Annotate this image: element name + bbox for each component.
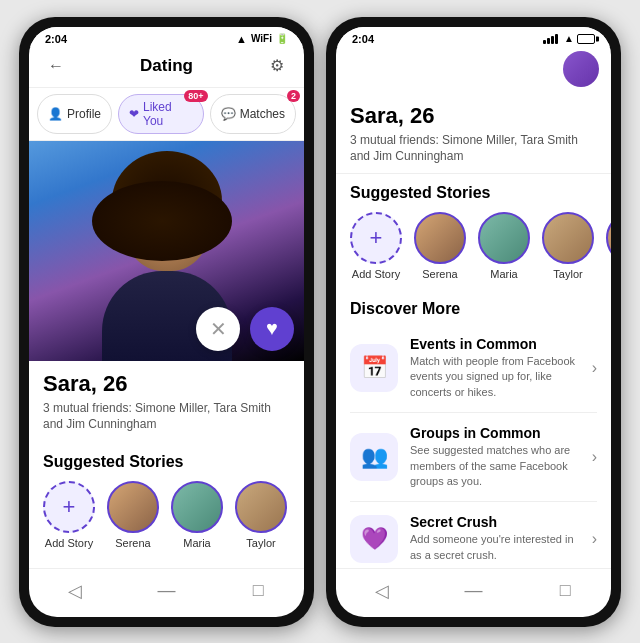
serena-avatar[interactable] bbox=[107, 481, 159, 533]
bottom-nav-left: ◁ — □ bbox=[29, 568, 304, 617]
square-nav-right[interactable]: □ bbox=[545, 577, 585, 605]
story-add[interactable]: + Add Story bbox=[43, 481, 95, 549]
right-story-add[interactable]: + Add Story bbox=[350, 212, 402, 280]
add-story-avatar[interactable]: + bbox=[43, 481, 95, 533]
tab-matches[interactable]: 💬 Matches 2 bbox=[210, 94, 296, 134]
right-story-taylor[interactable]: Taylor bbox=[542, 212, 594, 280]
profile-icon: 👤 bbox=[48, 107, 63, 121]
tab-profile[interactable]: 👤 Profile bbox=[37, 94, 112, 134]
user-avatar[interactable] bbox=[563, 51, 599, 87]
signal-bars bbox=[543, 34, 558, 44]
person-hair bbox=[112, 151, 222, 251]
suggested-stories-title: Suggested Stories bbox=[29, 443, 304, 477]
square-nav-left[interactable]: □ bbox=[238, 577, 278, 605]
right-serena-avatar[interactable] bbox=[414, 212, 466, 264]
groups-name: Groups in Common bbox=[410, 425, 580, 441]
right-maria-avatar[interactable] bbox=[478, 212, 530, 264]
right-profile-name: Sara, 26 bbox=[350, 103, 597, 129]
maria-label: Maria bbox=[183, 537, 211, 549]
profile-card: ✕ ♥ Sara, 26 3 mutual friends: Simone Mi… bbox=[29, 141, 304, 568]
home-nav-right[interactable]: — bbox=[453, 577, 493, 605]
secret-crush-text: Secret Crush Add someone you're interest… bbox=[410, 514, 580, 563]
groups-desc: See suggested matches who are members of… bbox=[410, 443, 580, 489]
stories-row: + Add Story Serena Maria Taylor bbox=[29, 477, 304, 559]
taylor-label: Taylor bbox=[246, 537, 275, 549]
maria-avatar[interactable] bbox=[171, 481, 223, 533]
right-phone: 2:04 ▲ Sara, 26 3 mutual friends: Simone… bbox=[326, 17, 621, 627]
right-top-area bbox=[336, 47, 611, 93]
discover-title: Discover More bbox=[336, 290, 611, 324]
time-right: 2:04 bbox=[352, 33, 374, 45]
dislike-button[interactable]: ✕ bbox=[196, 307, 240, 351]
secret-crush-arrow: › bbox=[592, 530, 597, 548]
liked-you-badge: 80+ bbox=[184, 90, 207, 102]
right-maria-label: Maria bbox=[490, 268, 518, 280]
tab-matches-label: Matches bbox=[240, 107, 285, 121]
right-story-jo[interactable]: Jo bbox=[606, 212, 611, 280]
tab-liked-you-label: Liked You bbox=[143, 100, 193, 128]
signal-bar-2 bbox=[547, 38, 550, 44]
secret-crush-name: Secret Crush bbox=[410, 514, 580, 530]
back-nav-right[interactable]: ◁ bbox=[362, 577, 402, 605]
events-icon: 📅 bbox=[350, 344, 398, 392]
left-phone: 2:04 ▲ WiFi 🔋 ← Dating ⚙ 👤 Profile ❤ Lik… bbox=[19, 17, 314, 627]
groups-icon: 👥 bbox=[350, 433, 398, 481]
status-bar-left: 2:04 ▲ WiFi 🔋 bbox=[29, 27, 304, 47]
add-story-label: Add Story bbox=[45, 537, 93, 549]
right-story-maria[interactable]: Maria bbox=[478, 212, 530, 280]
secret-crush-desc: Add someone you're interested in as a se… bbox=[410, 532, 580, 563]
matches-badge: 2 bbox=[287, 90, 300, 102]
profile-image: ✕ ♥ bbox=[29, 141, 304, 361]
tab-liked-you[interactable]: ❤ Liked You 80+ bbox=[118, 94, 204, 134]
profile-name: Sara, 26 bbox=[43, 371, 290, 397]
tab-profile-label: Profile bbox=[67, 107, 101, 121]
wifi-icon: WiFi bbox=[251, 33, 272, 44]
app-header-left: ← Dating ⚙ bbox=[29, 47, 304, 88]
events-name: Events in Common bbox=[410, 336, 580, 352]
battery-icon-right bbox=[577, 34, 595, 44]
status-icons-left: ▲ WiFi 🔋 bbox=[236, 33, 288, 45]
battery-icon-left: 🔋 bbox=[276, 33, 288, 44]
status-icons-right: ▲ bbox=[543, 33, 595, 44]
discover-groups[interactable]: 👥 Groups in Common See suggested matches… bbox=[350, 413, 597, 502]
events-arrow: › bbox=[592, 359, 597, 377]
signal-bar-1 bbox=[543, 40, 546, 44]
back-nav-left[interactable]: ◁ bbox=[55, 577, 95, 605]
right-profile-header: Sara, 26 3 mutual friends: Simone Miller… bbox=[336, 93, 611, 175]
action-buttons: ✕ ♥ bbox=[196, 307, 294, 351]
secret-crush-icon: 💜 bbox=[350, 515, 398, 563]
like-button[interactable]: ♥ bbox=[250, 307, 294, 351]
signal-icon: ▲ bbox=[236, 33, 247, 45]
status-bar-right: 2:04 ▲ bbox=[336, 27, 611, 47]
story-maria[interactable]: Maria bbox=[171, 481, 223, 549]
profile-info: Sara, 26 3 mutual friends: Simone Miller… bbox=[29, 361, 304, 444]
right-stories-row: + Add Story Serena Maria Taylor Jo bbox=[336, 208, 611, 290]
bottom-nav-right: ◁ — □ bbox=[336, 568, 611, 617]
right-story-serena[interactable]: Serena bbox=[414, 212, 466, 280]
back-button[interactable]: ← bbox=[41, 51, 71, 81]
signal-bar-4 bbox=[555, 34, 558, 44]
taylor-avatar[interactable] bbox=[235, 481, 287, 533]
tab-bar: 👤 Profile ❤ Liked You 80+ 💬 Matches 2 bbox=[29, 88, 304, 141]
groups-text: Groups in Common See suggested matches w… bbox=[410, 425, 580, 489]
settings-button[interactable]: ⚙ bbox=[262, 51, 292, 81]
right-profile-friends: 3 mutual friends: Simone Miller, Tara Sm… bbox=[350, 132, 597, 166]
story-serena[interactable]: Serena bbox=[107, 481, 159, 549]
story-taylor[interactable]: Taylor bbox=[235, 481, 287, 549]
profile-friends: 3 mutual friends: Simone Miller, Tara Sm… bbox=[43, 400, 290, 434]
wifi-icon-right: ▲ bbox=[564, 33, 574, 44]
events-text: Events in Common Match with people from … bbox=[410, 336, 580, 400]
heart-icon: ❤ bbox=[129, 107, 139, 121]
discover-secret-crush[interactable]: 💜 Secret Crush Add someone you're intere… bbox=[350, 502, 597, 567]
right-add-avatar[interactable]: + bbox=[350, 212, 402, 264]
events-desc: Match with people from Facebook events y… bbox=[410, 354, 580, 400]
serena-label: Serena bbox=[115, 537, 150, 549]
discover-events[interactable]: 📅 Events in Common Match with people fro… bbox=[350, 324, 597, 413]
right-jo-avatar[interactable] bbox=[606, 212, 611, 264]
right-serena-label: Serena bbox=[422, 268, 457, 280]
time-left: 2:04 bbox=[45, 33, 67, 45]
right-taylor-label: Taylor bbox=[553, 268, 582, 280]
right-taylor-avatar[interactable] bbox=[542, 212, 594, 264]
signal-bar-3 bbox=[551, 36, 554, 44]
home-nav-left[interactable]: — bbox=[146, 577, 186, 605]
